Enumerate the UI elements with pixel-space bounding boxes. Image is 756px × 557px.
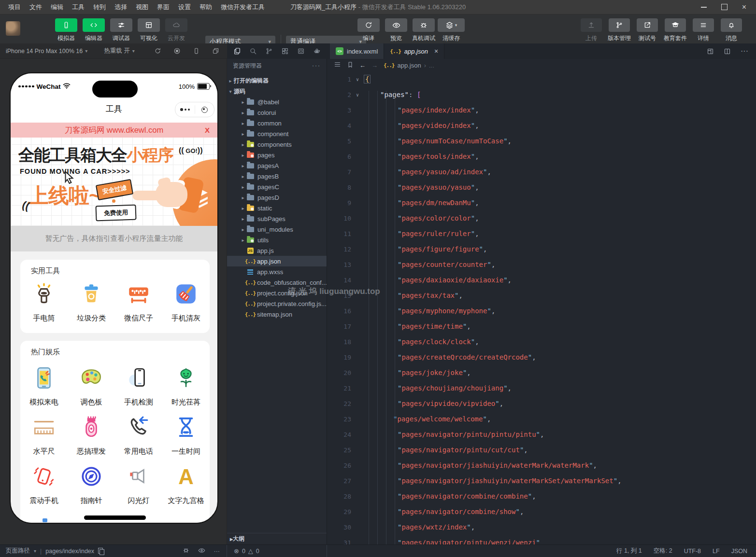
menu-item[interactable]: 界面 [153, 3, 174, 12]
status-item[interactable]: UTF-8 [684, 548, 701, 555]
tool-item-闪光灯[interactable]: 闪光灯 [115, 464, 162, 514]
tool-item-模拟来电[interactable]: 模拟来电 [20, 366, 68, 415]
status-item[interactable]: LF [713, 548, 720, 555]
copy-icon[interactable] [98, 548, 103, 554]
tool-item-手电筒[interactable]: 手电筒 [20, 282, 68, 323]
status-item[interactable]: 行 1, 列 1 [616, 547, 642, 555]
tree-item-code_obfuscation_conf...[interactable]: {..}code_obfuscation_conf... [227, 277, 327, 288]
compile-button[interactable]: 编译 [357, 18, 381, 42]
tool-item-指南针[interactable]: 指南针 [68, 464, 115, 514]
more-menu-icon[interactable] [175, 108, 195, 111]
tree-item-pagesA[interactable]: ▸pagesA [227, 160, 327, 171]
windows-icon[interactable] [212, 47, 219, 55]
menu-item[interactable]: 编辑 [46, 3, 68, 12]
tab-index.wxml[interactable]: <>index.wxml [330, 43, 384, 59]
tree-item-project.config.json[interactable]: {..}project.config.json [227, 288, 327, 298]
notice-close-button[interactable]: X [205, 126, 210, 134]
status-item[interactable]: JSON [731, 548, 747, 555]
test-account-button[interactable]: 测试号 [635, 18, 659, 42]
menu-item[interactable]: 视图 [131, 3, 153, 12]
tool-item-震动手机[interactable]: 震动手机 [20, 464, 68, 514]
menu-item[interactable]: 设置 [174, 3, 195, 12]
tool-item-水平尺[interactable]: 水平尺 [20, 415, 68, 464]
tree-item-pagesB[interactable]: ▸pagesB [227, 171, 327, 181]
explorer-menu-icon[interactable]: ··· [312, 62, 321, 69]
tree-item-pagesC[interactable]: ▸pagesC [227, 181, 327, 192]
hot-reload-toggle[interactable]: 热重载 开▾ [104, 47, 135, 55]
maximize-icon[interactable] [721, 4, 727, 10]
tree-item-project.private.config.js...[interactable]: {..}project.private.config.js... [227, 298, 327, 309]
tree-item-component[interactable]: ▸component [227, 128, 327, 139]
teapot-icon[interactable] [313, 47, 321, 55]
tab-app.json[interactable]: {..}app.json× [384, 43, 444, 59]
menu-item[interactable]: 项目 [4, 3, 25, 12]
nav-forward-icon[interactable]: → [371, 62, 378, 69]
card-icon[interactable] [297, 47, 305, 55]
more-icon[interactable]: ··· [741, 47, 748, 56]
tree-item-sitemap.json[interactable]: {..}sitemap.json [227, 309, 327, 320]
remote-debug-button[interactable]: 真机调试 [412, 18, 436, 42]
tree-item-common[interactable]: ▸common [227, 118, 327, 128]
tree-item-app.js[interactable]: JSapp.js [227, 245, 327, 256]
preview-icon[interactable] [707, 48, 714, 55]
edu-suite-button[interactable]: 教育套件 [663, 18, 687, 42]
nav-back-icon[interactable]: ← [359, 62, 366, 69]
device-select[interactable]: iPhone 14 Pro Max 100% 16▾ [0, 48, 87, 55]
menu-item[interactable]: 选择 [110, 3, 131, 12]
tool-item-常用电话[interactable]: 常用电话 [115, 415, 162, 464]
tree-item-colorui[interactable]: ▸colorui [227, 107, 327, 118]
page-path-label[interactable]: 页面路径 [6, 547, 30, 555]
simulator-button[interactable]: 模拟器 [54, 18, 78, 42]
clear-cache-button[interactable]: ▾清缓存 [439, 18, 463, 42]
tree-item-uni_modules[interactable]: ▸uni_modules [227, 224, 327, 235]
menu-item[interactable]: 帮助 [195, 3, 216, 12]
blocks-icon[interactable] [281, 47, 289, 55]
branch-icon[interactable] [265, 47, 273, 55]
tree-item-utils[interactable]: ▸utils [227, 235, 327, 245]
open-editors-section[interactable]: ▸ 打开的编辑器 [227, 75, 327, 86]
minimize-icon[interactable] [701, 7, 707, 8]
tree-item-pages[interactable]: ▸pages [227, 150, 327, 160]
preview-eye-icon[interactable] [198, 547, 205, 556]
tree-item-static[interactable]: ▸static [227, 203, 327, 213]
tree-item-pagesD[interactable]: ▸pagesD [227, 192, 327, 203]
status-problems[interactable]: ⊗ 0 △ 0 [227, 545, 327, 557]
visualization-button[interactable]: 可视化 [137, 18, 161, 42]
code-area[interactable]: 1∨{2∨"pages": [3"pages/index/index",4"pa… [327, 71, 756, 544]
outline-list-icon[interactable] [334, 61, 341, 70]
avatar[interactable] [6, 21, 20, 36]
debugger-button[interactable]: 调试器 [109, 18, 133, 42]
promo-banner[interactable]: 全能工具箱大全小程序 (( GO!)) FOUND MOVING A CAR>>… [11, 138, 217, 226]
rotate-icon[interactable] [154, 47, 161, 55]
tree-item-@babel[interactable]: ▸@babel [227, 97, 327, 107]
more-icon[interactable]: ··· [214, 548, 220, 555]
outline-section[interactable]: ▸ 大纲 [227, 533, 327, 544]
menu-item[interactable]: 微信开发者工具 [216, 3, 269, 12]
menu-item[interactable]: 文件 [25, 3, 46, 12]
tree-item-subPages[interactable]: ▸subPages [227, 213, 327, 224]
tool-item-文字九宫格[interactable]: A文字九宫格 [162, 464, 210, 514]
source-section[interactable]: ▾ 源码 [227, 86, 327, 97]
version-manage-button[interactable]: 版本管理 [607, 18, 631, 42]
upload-button[interactable]: 上传 [579, 18, 603, 42]
tool-item-调色板[interactable]: 调色板 [68, 366, 115, 415]
tool-item-恶搞理发[interactable]: 恶搞理发 [68, 415, 115, 464]
close-icon[interactable]: × [742, 3, 746, 11]
tab-close-icon[interactable]: × [434, 47, 438, 55]
menu-item[interactable]: 工具 [68, 3, 89, 12]
details-button[interactable]: 详情 [691, 18, 715, 42]
tool-item-手机清灰[interactable]: 手机清灰 [162, 282, 210, 323]
search-icon[interactable] [249, 47, 257, 55]
breadcrumb-file[interactable]: {..} app.json › ... [384, 62, 434, 69]
tree-item-app.wxss[interactable]: app.wxss [227, 266, 327, 277]
editor-button[interactable]: 编辑器 [82, 18, 106, 42]
tool-item-时光荏苒[interactable]: 时光荏苒 [162, 366, 210, 415]
preview-button[interactable]: 预览 [384, 18, 408, 42]
tool-item-微信尺子[interactable]: 微信尺子 [115, 282, 162, 323]
minimize-target-icon[interactable] [195, 107, 214, 113]
messages-button[interactable]: 消息 [719, 18, 743, 42]
split-icon[interactable] [724, 48, 731, 55]
debug-icon[interactable] [183, 547, 189, 555]
files-icon[interactable] [233, 47, 241, 55]
tool-item-手机检测[interactable]: 手机检测 [115, 366, 162, 415]
